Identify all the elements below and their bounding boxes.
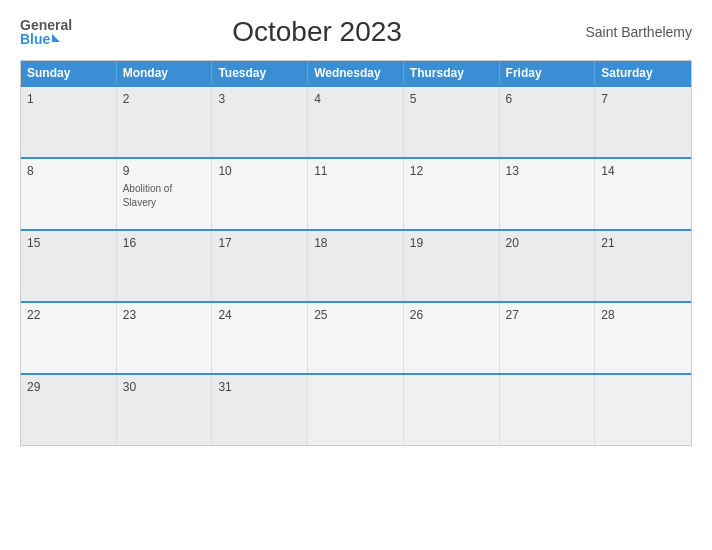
day-cell-w1-d4: 12 <box>404 159 500 229</box>
calendar-grid: Sunday Monday Tuesday Wednesday Thursday… <box>20 60 692 446</box>
header-tuesday: Tuesday <box>212 61 308 85</box>
calendar-container: General Blue October 2023 Saint Barthele… <box>0 0 712 550</box>
day-number-11: 11 <box>314 164 397 178</box>
header-saturday: Saturday <box>595 61 691 85</box>
day-number-5: 5 <box>410 92 493 106</box>
day-number-4: 4 <box>314 92 397 106</box>
header-friday: Friday <box>500 61 596 85</box>
header-thursday: Thursday <box>404 61 500 85</box>
day-header-row: Sunday Monday Tuesday Wednesday Thursday… <box>21 61 691 85</box>
week-row-4: 22232425262728 <box>21 301 691 373</box>
day-cell-w3-d0: 22 <box>21 303 117 373</box>
weeks-container: 123456789Abolition of Slavery10111213141… <box>21 85 691 445</box>
day-cell-w2-d4: 19 <box>404 231 500 301</box>
day-cell-w3-d3: 25 <box>308 303 404 373</box>
day-cell-w1-d3: 11 <box>308 159 404 229</box>
week-row-1: 1234567 <box>21 85 691 157</box>
header-monday: Monday <box>117 61 213 85</box>
week-row-3: 15161718192021 <box>21 229 691 301</box>
logo-triangle-icon <box>52 34 60 42</box>
day-cell-w3-d6: 28 <box>595 303 691 373</box>
day-cell-w3-d5: 27 <box>500 303 596 373</box>
day-number-13: 13 <box>506 164 589 178</box>
header-wednesday: Wednesday <box>308 61 404 85</box>
day-number-30: 30 <box>123 380 206 394</box>
day-cell-w4-d1: 30 <box>117 375 213 445</box>
day-cell-w0-d6: 7 <box>595 87 691 157</box>
day-cell-w4-d6 <box>595 375 691 445</box>
day-cell-w1-d6: 14 <box>595 159 691 229</box>
day-cell-w0-d1: 2 <box>117 87 213 157</box>
logo: General Blue <box>20 18 72 46</box>
day-number-16: 16 <box>123 236 206 250</box>
logo-general-text: General <box>20 18 72 32</box>
day-cell-w2-d5: 20 <box>500 231 596 301</box>
day-cell-w0-d5: 6 <box>500 87 596 157</box>
day-number-7: 7 <box>601 92 685 106</box>
day-number-27: 27 <box>506 308 589 322</box>
day-cell-w2-d1: 16 <box>117 231 213 301</box>
day-number-25: 25 <box>314 308 397 322</box>
day-number-6: 6 <box>506 92 589 106</box>
week-row-5: 293031 <box>21 373 691 445</box>
day-cell-w4-d2: 31 <box>212 375 308 445</box>
calendar-title: October 2023 <box>72 16 562 48</box>
week-row-2: 89Abolition of Slavery1011121314 <box>21 157 691 229</box>
day-number-12: 12 <box>410 164 493 178</box>
day-cell-w0-d0: 1 <box>21 87 117 157</box>
day-cell-w2-d2: 17 <box>212 231 308 301</box>
day-number-15: 15 <box>27 236 110 250</box>
day-cell-w4-d4 <box>404 375 500 445</box>
logo-blue-text: Blue <box>20 32 60 46</box>
day-number-19: 19 <box>410 236 493 250</box>
day-cell-w0-d3: 4 <box>308 87 404 157</box>
header-sunday: Sunday <box>21 61 117 85</box>
day-number-18: 18 <box>314 236 397 250</box>
day-cell-w4-d3 <box>308 375 404 445</box>
day-number-21: 21 <box>601 236 685 250</box>
calendar-header: General Blue October 2023 Saint Barthele… <box>20 16 692 48</box>
day-number-9: 9 <box>123 164 206 178</box>
day-cell-w1-d2: 10 <box>212 159 308 229</box>
day-number-20: 20 <box>506 236 589 250</box>
day-cell-w3-d4: 26 <box>404 303 500 373</box>
day-cell-w4-d5 <box>500 375 596 445</box>
day-number-17: 17 <box>218 236 301 250</box>
day-cell-w3-d1: 23 <box>117 303 213 373</box>
day-cell-w1-d1: 9Abolition of Slavery <box>117 159 213 229</box>
day-number-14: 14 <box>601 164 685 178</box>
day-number-24: 24 <box>218 308 301 322</box>
day-cell-w0-d4: 5 <box>404 87 500 157</box>
day-cell-w1-d5: 13 <box>500 159 596 229</box>
day-cell-w0-d2: 3 <box>212 87 308 157</box>
day-number-8: 8 <box>27 164 110 178</box>
day-cell-w3-d2: 24 <box>212 303 308 373</box>
day-number-26: 26 <box>410 308 493 322</box>
day-number-10: 10 <box>218 164 301 178</box>
day-number-2: 2 <box>123 92 206 106</box>
day-number-29: 29 <box>27 380 110 394</box>
day-number-3: 3 <box>218 92 301 106</box>
day-cell-w2-d3: 18 <box>308 231 404 301</box>
day-number-23: 23 <box>123 308 206 322</box>
day-number-31: 31 <box>218 380 301 394</box>
day-cell-w1-d0: 8 <box>21 159 117 229</box>
event-text-9: Abolition of Slavery <box>123 183 172 208</box>
day-number-1: 1 <box>27 92 110 106</box>
day-cell-w2-d6: 21 <box>595 231 691 301</box>
day-number-28: 28 <box>601 308 685 322</box>
day-number-22: 22 <box>27 308 110 322</box>
region-label: Saint Barthelemy <box>562 24 692 40</box>
day-cell-w2-d0: 15 <box>21 231 117 301</box>
day-cell-w4-d0: 29 <box>21 375 117 445</box>
